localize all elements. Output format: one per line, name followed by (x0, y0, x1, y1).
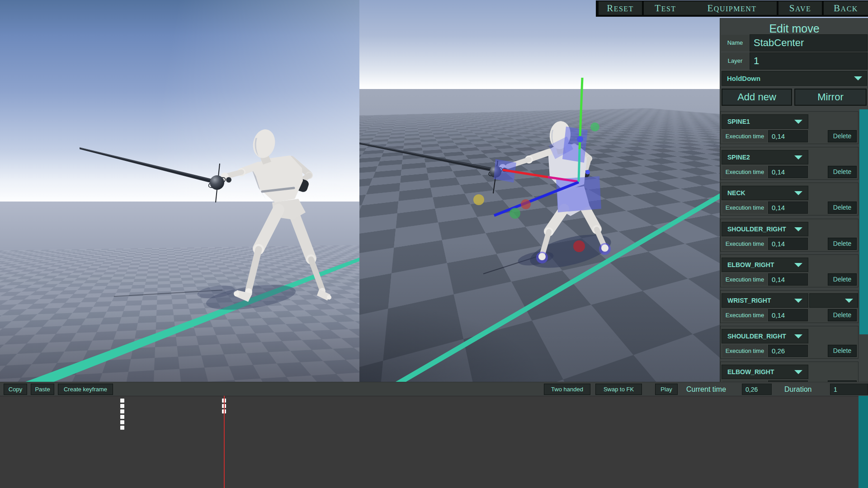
edit-move-panel: Edit move Name Layer HoldDown Add new Mi… (720, 18, 868, 382)
bone-name: SPINE2 (727, 150, 750, 164)
keyframe-marker[interactable] (120, 404, 124, 408)
save-button-label: SAVE (778, 1, 822, 16)
chevron-down-icon (794, 227, 802, 231)
center-line-left (0, 258, 359, 382)
delete-button[interactable]: Delete (828, 238, 857, 250)
bone-entry: SHOULDER_RIGHT Execution time Delete (720, 326, 859, 359)
bone-dropdown[interactable]: WRIST_RIGHT (722, 293, 808, 308)
bone-name: ELBOW_RIGHT (727, 365, 774, 379)
bone-dropdown[interactable]: SPINE1 (722, 114, 808, 129)
delete-button[interactable]: Delete (828, 309, 857, 321)
bone-dropdown[interactable]: SPINE2 (722, 150, 808, 164)
panel-title: Edit move (720, 22, 868, 35)
save-button[interactable]: SAVE (778, 1, 822, 15)
keyframe-marker[interactable] (120, 409, 124, 413)
delete-button[interactable]: Delete (828, 202, 857, 214)
equipment-button[interactable]: EQUIPMENT (687, 1, 777, 15)
copy-button[interactable]: Copy (4, 384, 27, 395)
gizmo-dot-blue-hand (585, 170, 590, 174)
execution-time-input[interactable] (768, 202, 808, 214)
chevron-down-icon (794, 120, 802, 124)
bone-name: ELBOW_RIGHT (727, 258, 774, 272)
execution-time-label: Execution time (722, 130, 767, 142)
app-window: RESET TEST EQUIPMENT SAVE BACK Edit move… (0, 0, 868, 488)
bone-entry: NECK Execution time Delete (720, 183, 859, 216)
chevron-down-icon (794, 334, 802, 338)
play-button[interactable]: Play (655, 384, 678, 395)
chevron-down-icon (794, 299, 802, 303)
rapier-right (359, 142, 507, 193)
chevron-down-icon (794, 370, 802, 374)
delete-button[interactable]: Delete (828, 345, 857, 357)
add-new-button[interactable]: Add new (722, 89, 792, 106)
two-handed-button[interactable]: Two handed (544, 384, 590, 395)
timeline-track[interactable] (0, 396, 868, 488)
execution-time-input[interactable] (768, 238, 808, 250)
reset-button-label: RESET (599, 1, 642, 16)
keyframe-marker[interactable] (120, 415, 124, 419)
execution-time-input[interactable] (768, 273, 808, 286)
equipment-button-label: EQUIPMENT (687, 1, 777, 16)
gizmo-dot-blue-chest (577, 136, 583, 142)
delete-button[interactable]: Delete (828, 130, 857, 142)
bone-list-scrollbar[interactable] (859, 109, 868, 334)
current-time-input[interactable] (742, 384, 772, 395)
bone-name: WRIST_RIGHT (727, 294, 771, 307)
reset-button[interactable]: RESET (599, 1, 642, 15)
duration-label: Duration (784, 382, 811, 396)
chevron-down-icon (794, 155, 802, 160)
chevron-down-icon (854, 76, 862, 80)
execution-time-label: Execution time (722, 202, 767, 214)
test-button-label: TEST (644, 1, 687, 16)
gizmo-dot-green (509, 208, 520, 219)
duration-input[interactable] (830, 384, 868, 395)
name-input[interactable] (750, 34, 868, 52)
bone-dropdown[interactable]: SHOULDER_RIGHT (722, 222, 808, 236)
bone-dropdown[interactable]: ELBOW_RIGHT (722, 258, 808, 272)
top-action-bar: RESET TEST EQUIPMENT SAVE BACK (596, 0, 868, 17)
mirror-button[interactable]: Mirror (794, 89, 867, 106)
paste-button[interactable]: Paste (31, 384, 54, 395)
move-type-value: HoldDown (727, 71, 760, 85)
playhead[interactable] (224, 396, 225, 488)
delete-button[interactable]: Delete (828, 273, 857, 286)
rapier-left (80, 147, 231, 202)
back-button[interactable]: BACK (824, 1, 868, 15)
gizmo-dot-green-upper (590, 122, 599, 131)
bottom-toolbar: Copy Paste Create keyframe Two handed Sw… (0, 382, 868, 396)
keyframe-marker[interactable] (120, 426, 124, 430)
current-time-label: Current time (686, 382, 726, 396)
execution-time-label: Execution time (722, 345, 767, 357)
execution-time-input[interactable] (768, 130, 808, 142)
layer-input[interactable] (750, 52, 868, 70)
test-button[interactable]: TEST (644, 1, 687, 15)
bone-dropdown[interactable]: NECK (722, 186, 808, 200)
move-type-dropdown[interactable]: HoldDown (722, 71, 867, 86)
bone-entry: SPINE2 Execution time Delete (720, 147, 859, 180)
chevron-down-icon (794, 263, 802, 267)
chevron-down-icon (794, 191, 802, 195)
swap-to-fk-button[interactable]: Swap to FK (595, 384, 642, 395)
keyframe-marker[interactable] (120, 420, 124, 424)
gizmo-dot-red (521, 199, 531, 209)
execution-time-input[interactable] (768, 309, 808, 321)
bone-entry: SPINE1 Execution time Delete (720, 111, 859, 144)
mannequin-left (221, 127, 331, 302)
execution-time-label: Execution time (722, 166, 767, 178)
timeline-end-bar[interactable] (859, 396, 868, 488)
chevron-down-icon (845, 299, 853, 303)
bone-dropdown[interactable]: ELBOW_RIGHT (722, 365, 808, 379)
execution-time-input[interactable] (768, 166, 808, 178)
create-keyframe-button[interactable]: Create keyframe (58, 384, 113, 395)
gizmo-dot-red-floor[interactable] (573, 240, 585, 252)
viewport-left[interactable] (0, 0, 359, 382)
delete-button[interactable]: Delete (828, 166, 857, 178)
name-label: Name (721, 35, 749, 51)
bone-extra-dropdown[interactable] (809, 293, 858, 308)
bone-dropdown[interactable]: SHOULDER_RIGHT (722, 329, 808, 343)
bone-entry: ELBOW_RIGHT Execution time Delete (720, 254, 859, 287)
execution-time-input[interactable] (768, 345, 808, 357)
back-button-label: BACK (824, 1, 868, 16)
keyframe-marker[interactable] (120, 399, 124, 403)
bone-name: SPINE1 (727, 115, 750, 128)
